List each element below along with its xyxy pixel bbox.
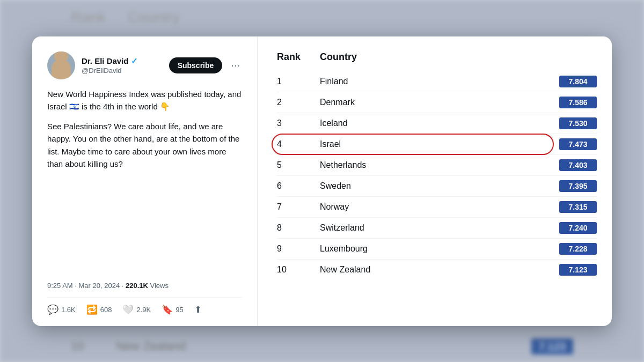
tweet-actions: 💬 1.6K 🔁 608 🤍 2.9K 🔖 95 ⬆ (47, 297, 242, 315)
rank-cell: 10 (277, 265, 320, 275)
score-badge: 7.395 (559, 180, 597, 192)
share-action[interactable]: ⬆ (194, 304, 202, 315)
bookmark-action[interactable]: 🔖 95 (162, 304, 183, 315)
rank-cell: 1 (277, 77, 320, 86)
tweet-header: Dr. Eli David ✓ @DrEliDavid Subscribe ··… (47, 51, 242, 79)
table-row: 7Norway7.315 (277, 198, 597, 216)
table-row: 5Netherlands7.403 (277, 156, 597, 174)
score-cell: 7.530 (427, 117, 597, 129)
tweet-panel: Dr. Eli David ✓ @DrEliDavid Subscribe ··… (32, 36, 258, 326)
country-cell: Norway (320, 202, 427, 212)
country-cell: Netherlands (320, 160, 427, 170)
country-cell: New Zealand (320, 265, 427, 275)
table-row: 3Iceland7.530 (277, 114, 597, 132)
retweet-action[interactable]: 🔁 608 (86, 304, 112, 315)
score-badge: 7.586 (559, 97, 597, 108)
country-cell: Denmark (320, 98, 427, 107)
table-row: 1Finland7.804 (277, 72, 597, 91)
rank-cell: 8 (277, 223, 320, 233)
score-cell: 7.586 (427, 97, 597, 108)
tweet-body: New World Happiness Index was published … (47, 88, 242, 273)
subscribe-button[interactable]: Subscribe (169, 57, 223, 73)
country-cell: Switzerland (320, 223, 427, 233)
score-badge: 7.315 (559, 201, 597, 213)
table-panel: Rank Country 1Finland7.8042Denmark7.5863… (258, 36, 612, 326)
table-header: Rank Country (277, 51, 597, 66)
score-cell: 7.403 (427, 159, 597, 171)
score-cell: 7.315 (427, 201, 597, 213)
retweet-icon: 🔁 (86, 304, 98, 315)
handle: @DrEliDavid (82, 67, 163, 75)
table-row: 10New Zealand7.123 (277, 261, 597, 279)
score-badge: 7.228 (559, 243, 597, 255)
like-action[interactable]: 🤍 2.9K (122, 304, 151, 315)
table-row: 9Luxembourg7.228 (277, 240, 597, 258)
rank-cell: 9 (277, 244, 320, 254)
rank-cell: 2 (277, 98, 320, 107)
tweet-text-2: See Palestinians? We care about life, an… (47, 120, 242, 170)
like-icon: 🤍 (122, 304, 134, 315)
table-row: 2Denmark7.586 (277, 93, 597, 112)
country-cell: Sweden (320, 181, 427, 191)
tweet-text-1: New World Happiness Index was published … (47, 88, 242, 113)
score-badge: 7.473 (559, 138, 597, 150)
tweet-meta: 9:25 AM · Mar 20, 2024 · 220.1K Views (47, 282, 242, 290)
country-column-header: Country (320, 51, 427, 63)
table-row: 6Sweden7.395 (277, 177, 597, 195)
score-cell: 7.395 (427, 180, 597, 192)
score-badge: 7.123 (559, 264, 597, 276)
rank-cell: 3 (277, 119, 320, 128)
more-button[interactable]: ··· (229, 59, 242, 71)
table-rows: 1Finland7.8042Denmark7.5863Iceland7.5304… (277, 72, 597, 279)
score-cell: 7.240 (427, 222, 597, 234)
rank-cell: 6 (277, 181, 320, 191)
score-cell: 7.804 (427, 76, 597, 87)
display-name: Dr. Eli David ✓ (82, 56, 163, 66)
country-cell: Iceland (320, 119, 427, 128)
rank-column-header: Rank (277, 51, 320, 63)
share-icon: ⬆ (194, 304, 202, 315)
user-info: Dr. Eli David ✓ @DrEliDavid (82, 56, 163, 75)
avatar (47, 51, 75, 79)
bookmark-icon: 🔖 (162, 304, 173, 315)
table-row: 8Switzerland7.240 (277, 219, 597, 237)
reply-icon: 💬 (47, 304, 58, 315)
verified-icon: ✓ (131, 56, 138, 66)
score-badge: 7.240 (559, 222, 597, 234)
rank-cell: 4 (277, 139, 320, 149)
rank-cell: 7 (277, 202, 320, 212)
score-badge: 7.804 (559, 76, 597, 87)
main-card: Dr. Eli David ✓ @DrEliDavid Subscribe ··… (32, 36, 612, 326)
score-badge: 7.403 (559, 159, 597, 171)
reply-action[interactable]: 💬 1.6K (47, 304, 76, 315)
score-cell: 7.473 (427, 138, 597, 150)
score-cell: 7.228 (427, 243, 597, 255)
score-badge: 7.530 (559, 117, 597, 129)
table-row: 4Israel7.473 (277, 135, 597, 153)
country-cell: Luxembourg (320, 244, 427, 254)
country-cell: Finland (320, 77, 427, 86)
rank-cell: 5 (277, 160, 320, 170)
score-cell: 7.123 (427, 264, 597, 276)
country-cell: Israel (320, 139, 427, 149)
